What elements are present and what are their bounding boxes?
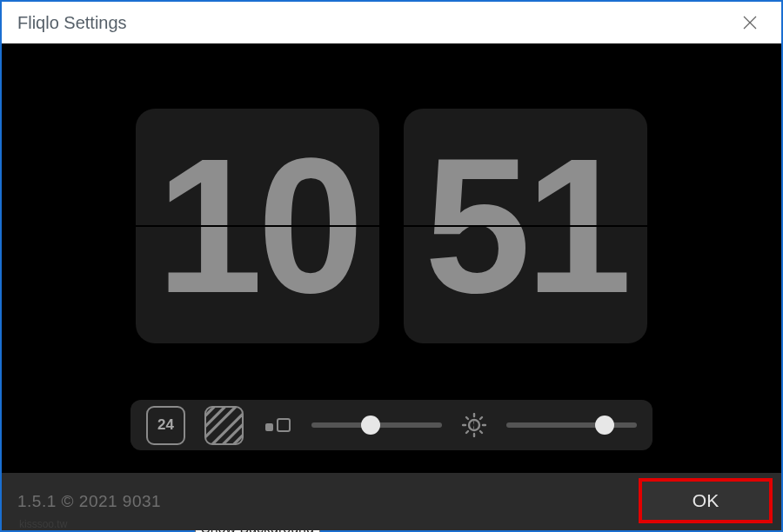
svg-line-15 xyxy=(480,417,482,419)
hour-format-value: 24 xyxy=(157,416,174,434)
hatch-icon xyxy=(206,408,242,443)
svg-line-13 xyxy=(466,417,468,419)
ok-button[interactable]: OK xyxy=(639,478,773,523)
scale-slider-thumb[interactable] xyxy=(361,416,380,435)
flip-card-minutes: 51 xyxy=(404,109,647,343)
window-body: 10 51 24 xyxy=(2,43,781,530)
close-button[interactable] xyxy=(729,2,771,43)
titlebar: Fliqlo Settings xyxy=(2,2,781,43)
scale-slider[interactable] xyxy=(311,422,442,428)
close-icon xyxy=(742,15,758,30)
flip-card-hours: 10 xyxy=(136,109,379,343)
svg-line-14 xyxy=(480,431,482,433)
bottom-bar: 1.5.1 © 2021 9031 OK kisssoo.tw xyxy=(2,473,781,530)
window-title: Fliqlo Settings xyxy=(17,13,729,33)
show-background-button[interactable] xyxy=(204,406,244,445)
scale-icon-small-square xyxy=(265,423,273,431)
ok-button-label: OK xyxy=(693,490,719,511)
watermark-text: kisssoo.tw xyxy=(19,518,67,530)
brightness-slider-thumb[interactable] xyxy=(595,416,614,435)
version-text: 1.5.1 © 2021 9031 xyxy=(2,492,161,511)
scale-icon xyxy=(263,418,292,432)
brightness-slider[interactable] xyxy=(506,422,637,428)
clock-preview: 10 51 xyxy=(2,52,781,400)
settings-window: Fliqlo Settings 10 51 24 xyxy=(0,0,783,532)
brightness-icon xyxy=(461,412,487,438)
toolbar-wrap: 24 xyxy=(2,400,781,473)
svg-line-16 xyxy=(466,431,468,433)
settings-toolbar: 24 xyxy=(130,400,652,450)
clock-hours: 10 xyxy=(157,130,359,322)
clock-minutes: 51 xyxy=(425,130,627,322)
scale-icon-large-square xyxy=(277,418,291,432)
hour-format-button[interactable]: 24 xyxy=(146,406,185,445)
